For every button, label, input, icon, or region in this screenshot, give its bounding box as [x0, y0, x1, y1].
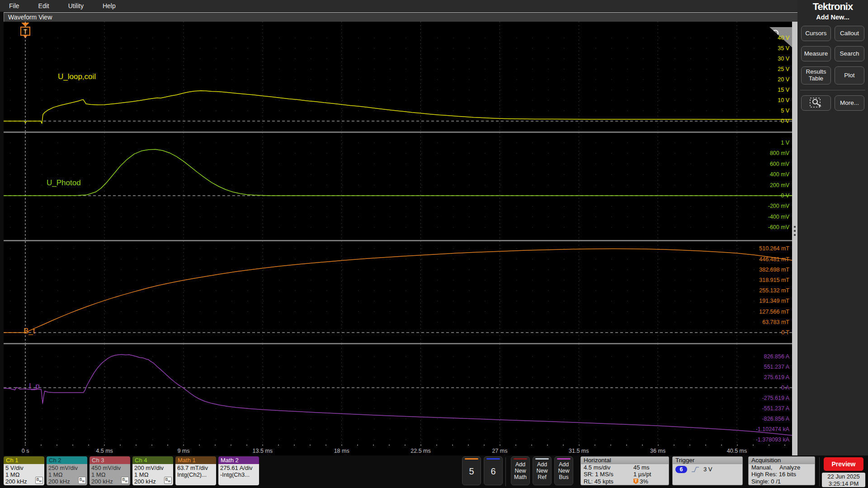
add-new-ref-button[interactable]: AddNewRef: [533, 456, 552, 485]
x-tick-label: 4.5 ms: [96, 448, 113, 454]
add-new-math-button[interactable]: AddNewMath: [511, 456, 530, 485]
channel-6-button[interactable]: 6: [484, 456, 503, 485]
callout-button[interactable]: Callout: [835, 26, 864, 41]
menu-bar: FileEditUtilityHelp: [0, 0, 797, 12]
date-label: 22 Jun 2025: [822, 473, 865, 480]
y-tick-label: 0 V: [781, 192, 789, 199]
channel-settings-math1[interactable]: Math 163.7 mT/divIntg(Ch2)...: [175, 456, 216, 485]
trigger-position-icon: T: [633, 479, 638, 484]
channel-settings-math2[interactable]: Math 2275.61 A/div-Intg(Ch3...: [218, 456, 259, 485]
bandwidth-limit-icon: Bw: [164, 477, 172, 484]
y-tick-label: -600 mV: [768, 224, 790, 230]
cursors-button[interactable]: Cursors: [801, 26, 831, 41]
y-tick-label: 20 V: [778, 76, 789, 83]
more-button[interactable]: More...: [835, 95, 864, 111]
add-button-label: AddNewRef: [533, 461, 551, 480]
trace-ch1-u-loop-coil[interactable]: [4, 91, 792, 124]
search-button[interactable]: Search: [835, 46, 864, 61]
add-button-label: AddNewBus: [555, 461, 573, 480]
panel-splitter[interactable]: [792, 22, 797, 455]
channel-detail-row: 63.7 mT/div: [177, 465, 216, 471]
trace-label-math1-b-t: B_t: [24, 327, 35, 336]
y-tick-label: 510.264 mT: [759, 245, 789, 252]
rising-edge-icon: [691, 466, 699, 473]
channel-detail-row: -Intg(Ch3...: [220, 471, 259, 478]
trace-ch4-u-photod[interactable]: [4, 150, 792, 196]
channel-name: Math 2: [218, 456, 259, 464]
channel-settings-ch1[interactable]: Ch 15 V/div1 MΩ200 kHzBw: [4, 456, 44, 485]
y-tick-label: 551.237 A: [764, 364, 790, 370]
trace-label-math2-i-p: I_p: [29, 382, 40, 391]
horizontal-value: 4.5 ms/div: [584, 464, 633, 471]
horizontal-value: T3%: [633, 478, 666, 485]
slice-separator: [4, 131, 792, 133]
y-tick-label: 800 mV: [770, 150, 790, 156]
y-tick-label: 0 V: [781, 118, 789, 124]
preview-button[interactable]: Preview: [824, 457, 863, 471]
waveform-display[interactable]: T 40 V35 V30 V25 V20 V15 V10 V5 V0 V1 V8…: [4, 22, 792, 455]
channel-details: 275.61 A/div-Intg(Ch3...: [218, 464, 259, 485]
panel-divider: [800, 90, 865, 90]
x-tick-label: 9 ms: [177, 448, 189, 454]
y-tick-label: 25 V: [778, 66, 789, 72]
bottom-bar: Ch 15 V/div1 MΩ200 kHzBwCh 2250 mV/div1 …: [0, 455, 868, 488]
waveform-slice-ch4-u-photod[interactable]: 1 V800 mV600 mV400 mV200 mV0 V-200 mV-40…: [4, 133, 792, 240]
menu-utility[interactable]: Utility: [68, 2, 84, 9]
waveform-slice-math1-b-t[interactable]: 510.264 mT446.481 mT382.698 mT318.915 mT…: [4, 241, 792, 343]
channel-name: Ch 3: [90, 456, 130, 464]
y-tick-label: 826.856 A: [764, 353, 790, 360]
y-tick-label: 5 V: [781, 108, 789, 114]
trace-math1-b-t[interactable]: [4, 249, 792, 333]
trigger-panel-title: Trigger: [673, 457, 742, 464]
horizontal-value: 1 µs/pt: [633, 471, 666, 478]
y-tick-label: 15 V: [778, 87, 789, 93]
acquisition-panel[interactable]: Acquisition Manual,AnalyzeHigh Res: 16 b…: [748, 456, 815, 485]
trace-label-ch1-u-loop-coil: U_loop,coil: [58, 72, 96, 81]
menu-help[interactable]: Help: [103, 2, 116, 9]
y-tick-label: 1 V: [781, 140, 789, 146]
waveform-slice-ch1-u-loop-coil[interactable]: 40 V35 V30 V25 V20 V15 V10 V5 V0 V: [4, 22, 792, 131]
channel-settings-ch2[interactable]: Ch 2250 mV/div1 MΩ200 kHzBw: [47, 456, 87, 485]
divider: [819, 457, 820, 486]
channel-5-button[interactable]: 5: [462, 456, 481, 485]
y-tick-label: -275.619 A: [762, 395, 790, 401]
trigger-panel[interactable]: Trigger 6 3 V: [672, 456, 743, 485]
tab-waveform-view[interactable]: Waveform View: [8, 14, 52, 21]
y-tick-label: -551.237 A: [762, 405, 790, 412]
x-tick-label: 18 ms: [334, 448, 349, 454]
x-tick-label: 22.5 ms: [410, 448, 430, 454]
horizontal-panel[interactable]: Horizontal 4.5 ms/div45 msSR: 1 MS/s1 µs…: [580, 456, 669, 485]
menu-file[interactable]: File: [9, 2, 19, 9]
channel-details: 63.7 mT/divIntg(Ch2)...: [175, 464, 216, 485]
acquisition-value: Analyze: [779, 464, 812, 471]
y-tick-label: -400 mV: [768, 214, 790, 220]
x-tick-label: 13.5 ms: [253, 448, 273, 454]
trace-math2-i-p[interactable]: [4, 354, 792, 435]
menu-edit[interactable]: Edit: [38, 2, 49, 9]
y-tick-label: -200 mV: [768, 203, 790, 209]
x-tick-label: 0 s: [22, 448, 29, 454]
x-tick-label: 31.5 ms: [569, 448, 589, 454]
y-tick-label: -1.102474 kA: [756, 426, 790, 432]
plot-button[interactable]: Plot: [835, 66, 864, 84]
bandwidth-limit-icon: Bw: [121, 477, 129, 484]
horizontal-value: 45 ms: [633, 464, 666, 471]
y-tick-label: -826.856 A: [762, 416, 790, 422]
channel-detail-row: 450 mV/div: [91, 465, 130, 471]
y-tick-label: 40 V: [778, 35, 789, 41]
channel-settings-ch3[interactable]: Ch 3450 mV/div1 MΩ200 kHzBw: [90, 456, 130, 485]
add-new-bus-button[interactable]: AddNewBus: [554, 456, 573, 485]
results-table-button[interactable]: Results Table: [801, 66, 831, 84]
waveform-slice-math2-i-p[interactable]: 826.856 A551.237 A275.619 A0 A-275.619 A…: [4, 344, 792, 445]
y-tick-label: 318.915 mT: [759, 277, 789, 283]
y-tick-label: 600 mV: [770, 161, 790, 167]
acquisition-value: High Res: 16 bits: [751, 471, 812, 478]
marquee-zoom-button[interactable]: [801, 95, 831, 111]
slice-separator: [4, 240, 792, 241]
channel-settings-ch4[interactable]: Ch 4200 mV/div1 MΩ200 kHzBw: [132, 456, 173, 485]
y-tick-label: 127.566 mT: [759, 309, 789, 315]
y-tick-label: 446.481 mT: [759, 256, 789, 263]
bandwidth-limit-icon: Bw: [78, 477, 86, 484]
horizontal-panel-title: Horizontal: [581, 457, 669, 464]
measure-button[interactable]: Measure: [801, 46, 831, 61]
